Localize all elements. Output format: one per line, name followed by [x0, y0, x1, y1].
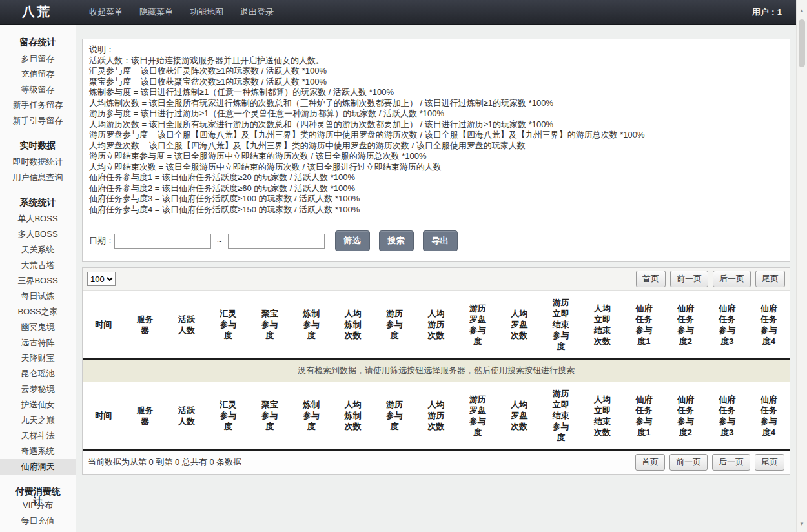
date-label: 日期： [89, 235, 114, 247]
topbar: 八荒 收起菜单 隐藏菜单 功能地图 退出登录 用户：1 [0, 0, 796, 25]
first-page-button[interactable]: 首页 [636, 271, 666, 287]
table-panel: 100 首页 前一页 后一页 尾页 时间 服务 器 活跃 人数 汇灵 参与 度 [82, 267, 790, 475]
sidebar-divider [6, 478, 69, 478]
col-avg-instant-end-count: 人均 立即 结束 次数 [582, 291, 623, 359]
sidebar-item-daily-trial[interactable]: 每日试炼 [0, 289, 76, 304]
description-line: 聚宝参与度 = 该日收获聚宝盆次数≥1的玩家数 / 活跃人数 *100% [89, 77, 783, 88]
sidebar-section-retention: 留存统计 [0, 32, 76, 51]
export-button[interactable]: 导出 [423, 230, 458, 251]
sidebar: 留存统计 多日留存 充值留存 等级留存 新手任务留存 新手引导留存 实时数据 即… [0, 25, 76, 532]
last-page-button[interactable]: 尾页 [755, 454, 784, 471]
description-panel: 说明： 活跃人数：该日开始连接游戏服务器并且开启护送仙女的人数。 汇灵参与度 =… [82, 39, 790, 262]
col-time: 时间 [83, 291, 124, 359]
menu-function-map[interactable]: 功能地图 [190, 6, 223, 18]
prev-page-button[interactable]: 前一页 [670, 271, 708, 287]
sidebar-divider [6, 132, 69, 132]
user-label: 用户：1 [752, 6, 782, 18]
table-toolbar: 100 首页 前一页 后一页 尾页 [83, 268, 790, 291]
next-page-button[interactable]: 后一页 [713, 271, 751, 287]
sidebar-item-ancient-rune[interactable]: 远古符阵 [0, 335, 76, 351]
last-page-button[interactable]: 尾页 [755, 271, 785, 287]
main-content: 说明： 活跃人数：该日开始连接游戏服务器并且开启护送仙女的人数。 汇灵参与度 =… [76, 25, 796, 532]
sidebar-item-tianguan[interactable]: 天关系统 [0, 242, 76, 258]
sidebar-item-dahuang-tower[interactable]: 大荒古塔 [0, 258, 76, 273]
sidebar-item-adventure[interactable]: 奇遇系统 [0, 444, 76, 459]
sidebar-item-level-retention[interactable]: 等级留存 [0, 82, 76, 97]
menu-hide-menu[interactable]: 隐藏菜单 [139, 6, 173, 18]
col-huiling-rate: 汇灵 参与 度 [207, 291, 249, 359]
col-jubao-rate: 聚宝 参与 度 [249, 291, 291, 359]
col-avg-instant-end-count: 人均 立即 结束 次数 [582, 382, 623, 450]
description-line: 人均游历次数 = 该日全服所有玩家进行游历的次数总和（四种灵兽的游历次数都要加上… [89, 119, 783, 130]
date-to-input[interactable] [228, 234, 325, 249]
sidebar-item-ladder-duel[interactable]: 天梯斗法 [0, 428, 76, 444]
sidebar-item-kunlun-pool[interactable]: 昆仑瑶池 [0, 366, 76, 382]
col-task-rate-3: 仙府 任务 参与 度3 [706, 382, 748, 450]
sidebar-item-multi-boss[interactable]: 多人BOSS [0, 227, 76, 242]
col-jubao-rate: 聚宝 参与 度 [249, 382, 291, 450]
col-craft-rate: 炼制 参与 度 [291, 291, 332, 359]
col-avg-craft-count: 人均 炼制 次数 [332, 382, 373, 450]
col-avg-compass-count: 人均 罗盘 次数 [498, 291, 540, 359]
topbar-menu: 收起菜单 隐藏菜单 功能地图 退出登录 [89, 6, 274, 18]
sidebar-section-system: 系统统计 [0, 192, 76, 211]
col-instant-end-rate: 游历 立即 结束 参与 度 [540, 291, 581, 359]
filter-button[interactable]: 筛选 [335, 230, 370, 251]
sidebar-item-yunmeng-secret[interactable]: 云梦秘境 [0, 382, 76, 397]
description-line: 仙府任务参与度4 = 该日仙府任务活跃度≥150 的玩家数 / 活跃人数 *10… [89, 205, 783, 216]
sidebar-item-boss-home[interactable]: BOSS之家 [0, 304, 76, 320]
sidebar-item-youming-ghost[interactable]: 幽冥鬼境 [0, 320, 76, 335]
col-task-rate-3: 仙府 任务 参与 度3 [706, 291, 748, 359]
description-line: 人均立即结束次数 = 该日全服游历中立即结束的游历次数 / 该日全服进行过立即结… [89, 162, 783, 173]
col-travel-rate: 游历 参与 度 [374, 382, 415, 450]
sidebar-item-recharge-retention[interactable]: 充值留存 [0, 66, 76, 82]
search-button[interactable]: 搜索 [379, 230, 414, 251]
sidebar-item-escort-fairy[interactable]: 护送仙女 [0, 397, 76, 413]
col-compass-rate: 游历 罗盘 参与 度 [457, 382, 498, 450]
description-line: 游历参与度 = 该日进行过游历≥1（任意一个灵兽任意一种游历都算）的玩家数 / … [89, 108, 783, 119]
scrollbar-thumb[interactable] [799, 19, 805, 67]
sidebar-item-realtime-stats[interactable]: 即时数据统计 [0, 154, 76, 170]
sidebar-item-user-info-query[interactable]: 用户信息查询 [0, 170, 76, 185]
menu-logout[interactable]: 退出登录 [240, 6, 274, 18]
scroll-up-arrow-icon[interactable]: ▲ [797, 8, 807, 14]
page-size-select[interactable]: 100 [87, 272, 116, 286]
sidebar-item-treasure-drop[interactable]: 天降财宝 [0, 351, 76, 366]
scroll-down-arrow-icon[interactable]: ▼ [797, 521, 807, 527]
vertical-scrollbar[interactable]: ▲ ▼ [796, 0, 807, 532]
sidebar-item-newbie-task-retention[interactable]: 新手任务留存 [0, 97, 76, 113]
sidebar-item-jiutian-peak[interactable]: 九天之巅 [0, 413, 76, 428]
data-table: 时间 服务 器 活跃 人数 汇灵 参与 度 聚宝 参与 度 炼制 参与 度 人均… [83, 291, 790, 451]
col-avg-travel-count: 人均 游历 次数 [415, 291, 456, 359]
col-avg-compass-count: 人均 罗盘 次数 [498, 382, 540, 450]
sidebar-item-xianfu-dongtian[interactable]: 仙府洞天 [0, 459, 76, 475]
col-instant-end-rate: 游历 立即 结束 参与 度 [540, 382, 581, 450]
description-line: 仙府任务参与度2 = 该日仙府任务活跃度≥60 的玩家数 / 活跃人数 *100… [89, 183, 783, 194]
sidebar-item-daily-recharge[interactable]: 每日充值 [0, 513, 76, 529]
col-task-rate-2: 仙府 任务 参与 度2 [665, 382, 706, 450]
description-line: 仙府任务参与度1 = 该日仙府任务活跃度≥20 的玩家数 / 活跃人数 *100… [89, 172, 783, 183]
date-from-input[interactable] [114, 234, 211, 249]
prev-page-button[interactable]: 前一页 [669, 454, 708, 471]
description-line: 仙府任务参与度3 = 该日仙府任务活跃度≥100 的玩家数 / 活跃人数 *10… [89, 194, 783, 205]
next-page-button[interactable]: 后一页 [712, 454, 750, 471]
sidebar-item-multiday-retention[interactable]: 多日留存 [0, 51, 76, 66]
sidebar-section-realtime: 实时数据 [0, 136, 76, 154]
description-line: 人均炼制次数 = 该日全服所有玩家进行炼制的次数总和（三种炉子的炼制次数都要加上… [89, 98, 783, 109]
date-range-separator: ~ [217, 236, 222, 246]
sidebar-item-newbie-guide-retention[interactable]: 新手引导留存 [0, 113, 76, 128]
description-line: 游历罗盘参与度 = 该日全服【四海八荒】及【九州三界】类的游历中使用罗盘的游历次… [89, 130, 783, 141]
menu-collapse-sidebar[interactable]: 收起菜单 [89, 6, 123, 18]
col-huiling-rate: 汇灵 参与 度 [207, 382, 249, 450]
sidebar-item-vip-distribution[interactable]: VIP分布 [0, 498, 76, 513]
col-task-rate-1: 仙府 任务 参与 度1 [623, 291, 664, 359]
col-active-players: 活跃 人数 [166, 382, 207, 450]
col-time: 时间 [83, 382, 124, 450]
app-logo: 八荒 [22, 3, 52, 21]
sidebar-item-sanjie-boss[interactable]: 三界BOSS [0, 273, 76, 289]
sidebar-divider [6, 189, 69, 189]
col-craft-rate: 炼制 参与 度 [291, 382, 332, 450]
sidebar-item-single-boss[interactable]: 单人BOSS [0, 211, 76, 227]
pagination-top: 首页 前一页 后一页 尾页 [636, 271, 785, 287]
first-page-button[interactable]: 首页 [635, 454, 665, 471]
